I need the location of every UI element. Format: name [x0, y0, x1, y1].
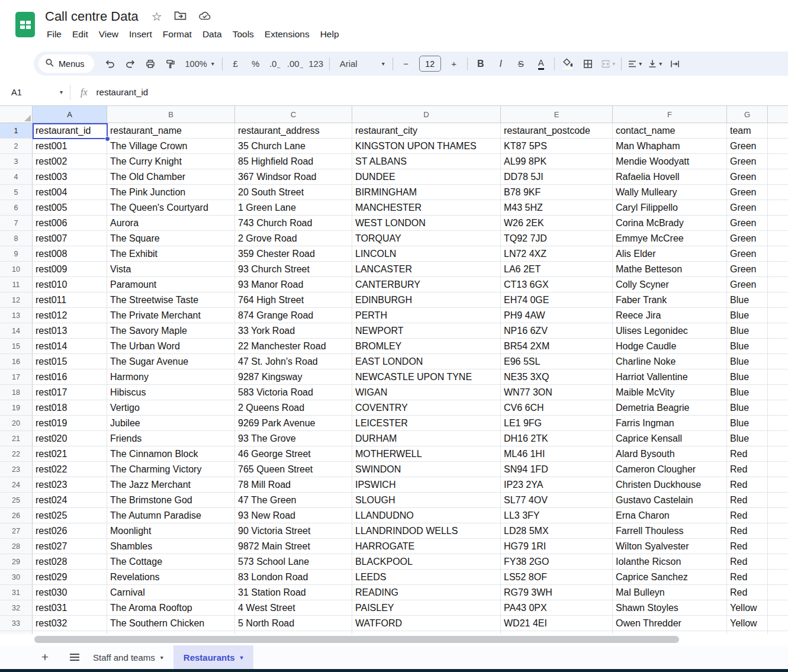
cell-E10[interactable]: LA6 2ET [501, 262, 613, 277]
cell-F15[interactable]: Hodge Caudle [613, 339, 727, 354]
decrease-font-size-button[interactable]: − [396, 54, 416, 73]
paint-format-button[interactable] [160, 54, 181, 73]
more-formats-button[interactable]: 123 [306, 54, 326, 73]
cell-partial-2[interactable] [768, 139, 788, 154]
cell-G30[interactable]: Red [727, 570, 768, 585]
cell-C30[interactable]: 83 London Road [235, 570, 352, 585]
cell-G5[interactable]: Green [727, 185, 768, 200]
cell-F18[interactable]: Maible McVity [613, 385, 727, 400]
cell-E18[interactable]: WN77 3ON [501, 385, 613, 400]
cell-D27[interactable]: LLANDRINDOD WELLS [352, 523, 501, 539]
font-size-input[interactable]: 12 [419, 56, 441, 72]
cell-C15[interactable]: 22 Manchester Road [235, 339, 352, 354]
cell-partial-3[interactable] [768, 154, 788, 169]
cell-F12[interactable]: Faber Trank [613, 292, 727, 308]
cell-A27[interactable]: rest026 [33, 523, 107, 539]
cell-C3[interactable]: 85 Highfield Road [235, 154, 352, 169]
cell-F23[interactable]: Cameron Clougher [613, 462, 727, 477]
increase-decimal-button[interactable]: .00→ [286, 54, 306, 73]
cell-partial-30[interactable] [768, 570, 788, 585]
cell-G27[interactable]: Red [727, 523, 768, 539]
cell-A1[interactable]: restaurant_id [33, 123, 107, 139]
cell-D31[interactable]: READING [352, 585, 501, 600]
cell-partial-27[interactable] [768, 523, 788, 539]
cell-F29[interactable]: Iolanthe Ricson [613, 554, 727, 570]
cell-C23[interactable]: 765 Queen Street [235, 462, 352, 477]
cell-F8[interactable]: Emmye McCree [613, 231, 727, 246]
cell-partial-7[interactable] [768, 216, 788, 231]
cell-G20[interactable]: Blue [727, 416, 768, 431]
cell-partial-26[interactable] [768, 508, 788, 523]
cell-G24[interactable]: Red [727, 477, 768, 493]
cell-C22[interactable]: 46 George Street [235, 446, 352, 462]
row-header-11[interactable]: 11 [0, 277, 33, 292]
cell-G13[interactable]: Blue [727, 308, 768, 323]
cell-partial-32[interactable] [768, 600, 788, 616]
cell-E20[interactable]: LE1 9FG [501, 416, 613, 431]
cell-A4[interactable]: rest003 [33, 169, 107, 185]
currency-format-button[interactable]: £ [226, 54, 246, 73]
text-color-button[interactable]: A [531, 54, 551, 73]
cell-E22[interactable]: ML46 1HI [501, 446, 613, 462]
increase-font-size-button[interactable]: + [444, 54, 464, 73]
cell-B31[interactable]: Carnival [107, 585, 235, 600]
select-all-corner[interactable] [0, 106, 33, 123]
cell-F14[interactable]: Ulises Legonidec [613, 323, 727, 339]
cell-B27[interactable]: Moonlight [107, 523, 235, 539]
italic-button[interactable]: I [491, 54, 511, 73]
cell-C10[interactable]: 93 Church Street [235, 262, 352, 277]
cell-D28[interactable]: HARROGATE [352, 539, 501, 554]
cell-E9[interactable]: LN72 4XZ [501, 246, 613, 262]
cell-D9[interactable]: LINCOLN [352, 246, 501, 262]
cell-A13[interactable]: rest012 [33, 308, 107, 323]
cell-G9[interactable]: Green [727, 246, 768, 262]
cell-C13[interactable]: 874 Grange Road [235, 308, 352, 323]
fill-color-button[interactable] [558, 54, 578, 73]
cell-A19[interactable]: rest018 [33, 400, 107, 416]
cell-partial-5[interactable] [768, 185, 788, 200]
cell-C7[interactable]: 743 Church Road [235, 216, 352, 231]
cell-B24[interactable]: The Jazz Merchant [107, 477, 235, 493]
cell-A29[interactable]: rest028 [33, 554, 107, 570]
cell-C16[interactable]: 47 St. John's Road [235, 354, 352, 369]
cell-E1[interactable]: restaurant_postcode [501, 123, 613, 139]
cell-E33[interactable]: WD21 4EI [501, 616, 613, 631]
cell-B7[interactable]: Aurora [107, 216, 235, 231]
cell-G32[interactable]: Yellow [727, 600, 768, 616]
cell-E32[interactable]: PA43 0PX [501, 600, 613, 616]
sheets-logo-icon[interactable] [15, 12, 35, 37]
cell-B10[interactable]: Vista [107, 262, 235, 277]
menu-edit[interactable]: Edit [67, 26, 94, 43]
cell-E30[interactable]: LS52 8OF [501, 570, 613, 585]
cell-A26[interactable]: rest025 [33, 508, 107, 523]
cell-A12[interactable]: rest011 [33, 292, 107, 308]
row-header-33[interactable]: 33 [0, 616, 33, 631]
cell-B33[interactable]: The Southern Chicken [107, 616, 235, 631]
cell-D23[interactable]: SWINDON [352, 462, 501, 477]
cell-B21[interactable]: Friends [107, 431, 235, 446]
cell-partial-6[interactable] [768, 200, 788, 216]
font-family-control[interactable]: Arial ▾ [333, 54, 390, 73]
cell-G23[interactable]: Red [727, 462, 768, 477]
cell-E23[interactable]: SN94 1FD [501, 462, 613, 477]
cell-partial-23[interactable] [768, 462, 788, 477]
cell-partial-25[interactable] [768, 493, 788, 508]
cell-partial-21[interactable] [768, 431, 788, 446]
cell-B13[interactable]: The Private Merchant [107, 308, 235, 323]
cell-D13[interactable]: PERTH [352, 308, 501, 323]
row-header-29[interactable]: 29 [0, 554, 33, 570]
cell-A9[interactable]: rest008 [33, 246, 107, 262]
menu-view[interactable]: View [94, 26, 124, 43]
cell-B12[interactable]: The Streetwise Taste [107, 292, 235, 308]
cell-G22[interactable]: Red [727, 446, 768, 462]
cell-A10[interactable]: rest009 [33, 262, 107, 277]
cell-G28[interactable]: Red [727, 539, 768, 554]
cell-F20[interactable]: Farris Ingman [613, 416, 727, 431]
cell-G10[interactable]: Green [727, 262, 768, 277]
row-header-2[interactable]: 2 [0, 139, 33, 154]
cell-D6[interactable]: MANCHESTER [352, 200, 501, 216]
cell-D15[interactable]: BROMLEY [352, 339, 501, 354]
column-header-partial[interactable] [768, 106, 788, 123]
cell-F1[interactable]: contact_name [613, 123, 727, 139]
cell-G19[interactable]: Blue [727, 400, 768, 416]
